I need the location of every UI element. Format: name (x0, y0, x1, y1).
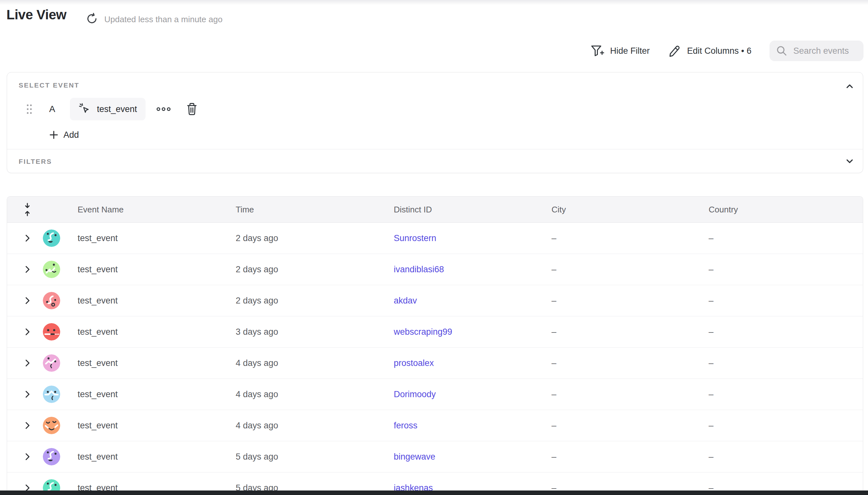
event-name-cell: test_event (75, 358, 233, 368)
distinct-id-link[interactable]: Sunrostern (391, 233, 549, 243)
event-name-cell: test_event (75, 264, 233, 275)
city-cell: – (549, 389, 706, 399)
time-cell: 2 days ago (233, 264, 391, 275)
city-cell: – (549, 264, 706, 275)
distinct-id-link[interactable]: webscraping99 (391, 327, 549, 337)
row-expand-button[interactable] (22, 357, 33, 369)
table-row[interactable]: test_event 3 days ago webscraping99 – – (7, 317, 863, 347)
time-cell: 4 days ago (233, 358, 391, 368)
event-row: A test_event (7, 98, 863, 120)
time-cell: 4 days ago (233, 421, 391, 431)
time-cell: 3 days ago (233, 327, 391, 337)
avatar (43, 354, 60, 372)
chevron-right-icon (24, 453, 31, 461)
row-expand-button[interactable] (22, 420, 33, 432)
row-expand-button[interactable] (22, 326, 33, 338)
distinct-id-link[interactable]: akdav (391, 296, 549, 306)
collapse-rows-icon (23, 202, 32, 217)
add-label: Add (64, 130, 79, 140)
hide-filter-button[interactable]: Hide Filter (590, 44, 650, 58)
cursor-click-icon (78, 102, 92, 116)
row-expand-button[interactable] (22, 388, 33, 400)
event-name-cell: test_event (75, 327, 233, 337)
column-header-time: Time (233, 205, 391, 215)
refresh-icon (86, 12, 99, 25)
expand-filters-button[interactable] (845, 156, 854, 166)
table-row[interactable]: test_event 2 days ago ivandiblasi68 – – (7, 254, 863, 285)
page-title: Live View (6, 7, 66, 22)
event-selector-button[interactable]: test_event (70, 98, 146, 120)
city-cell: – (549, 452, 706, 462)
time-cell: 5 days ago (233, 452, 391, 462)
row-expand-button[interactable] (22, 294, 33, 307)
country-cell: – (706, 264, 863, 275)
chevron-right-icon (24, 328, 31, 336)
table-row[interactable]: test_event 2 days ago Sunrostern – – (7, 223, 863, 254)
table-row[interactable]: test_event 5 days ago bingewave – – (7, 441, 863, 473)
avatar (43, 417, 60, 434)
table-row[interactable]: test_event 4 days ago prostoalex – – (7, 347, 863, 379)
avatar (43, 292, 60, 309)
add-event-button[interactable]: Add (49, 130, 79, 140)
toolbar: Hide Filter Edit Columns • 6 (590, 40, 864, 61)
table-row[interactable]: test_event 4 days ago Dorimoody – – (7, 379, 863, 410)
refresh-button[interactable] (86, 12, 99, 25)
event-name-label: test_event (97, 104, 137, 114)
chevron-down-icon (845, 156, 854, 166)
more-options-icon (156, 106, 173, 112)
event-name-cell: test_event (75, 389, 233, 399)
chevron-right-icon (24, 296, 31, 305)
avatar (43, 323, 60, 341)
avatar (43, 386, 60, 403)
chevron-right-icon (24, 265, 31, 274)
city-cell: – (549, 233, 706, 243)
chevron-right-icon (24, 234, 31, 242)
table-header-row: Event Name Time Distinct ID City Country (7, 197, 863, 223)
time-cell: 4 days ago (233, 389, 391, 399)
plus-icon (49, 130, 59, 140)
chevron-up-icon (845, 82, 854, 91)
country-cell: – (706, 389, 863, 399)
search-events-box[interactable] (769, 40, 864, 61)
top-shadow (0, 0, 868, 5)
collapse-all-rows-button[interactable] (23, 202, 32, 217)
chevron-right-icon (24, 359, 31, 367)
distinct-id-link[interactable]: bingewave (391, 452, 549, 462)
avatar (43, 261, 60, 278)
row-expand-button[interactable] (22, 232, 33, 244)
table-row[interactable]: test_event 4 days ago feross – – (7, 410, 863, 441)
search-icon (776, 45, 787, 57)
row-expand-button[interactable] (22, 263, 33, 275)
event-name-cell: test_event (75, 233, 233, 243)
table-body: test_event 2 days ago Sunrostern – – tes… (7, 223, 863, 495)
filters-section[interactable]: FILTERS (7, 149, 863, 173)
collapse-select-event-button[interactable] (845, 82, 854, 91)
drag-handle-icon[interactable] (25, 102, 33, 116)
city-cell: – (549, 358, 706, 368)
delete-event-button[interactable] (185, 102, 198, 116)
row-expand-button[interactable] (22, 450, 33, 463)
query-builder-panel: SELECT EVENT A test_event (7, 72, 863, 173)
event-name-cell: test_event (75, 452, 233, 462)
column-header-country: Country (706, 205, 863, 215)
distinct-id-link[interactable]: ivandiblasi68 (391, 264, 549, 275)
select-event-label: SELECT EVENT (19, 82, 80, 89)
country-cell: – (706, 327, 863, 337)
country-cell: – (706, 358, 863, 368)
distinct-id-link[interactable]: Dorimoody (391, 389, 549, 399)
edit-columns-button[interactable]: Edit Columns • 6 (668, 44, 751, 58)
table-row[interactable]: test_event 2 days ago akdav – – (7, 285, 863, 317)
column-header-distinct-id: Distinct ID (391, 205, 549, 215)
country-cell: – (706, 233, 863, 243)
search-events-input[interactable] (793, 46, 857, 56)
edit-columns-label: Edit Columns • 6 (687, 46, 751, 56)
event-name-cell: test_event (75, 421, 233, 431)
time-cell: 2 days ago (233, 233, 391, 243)
event-series-letter: A (47, 104, 57, 114)
distinct-id-link[interactable]: feross (391, 421, 549, 431)
event-more-options-button[interactable] (156, 106, 173, 112)
filters-label: FILTERS (19, 158, 52, 166)
event-name-cell: test_event (75, 296, 233, 306)
pencil-icon (668, 44, 682, 58)
distinct-id-link[interactable]: prostoalex (391, 358, 549, 368)
